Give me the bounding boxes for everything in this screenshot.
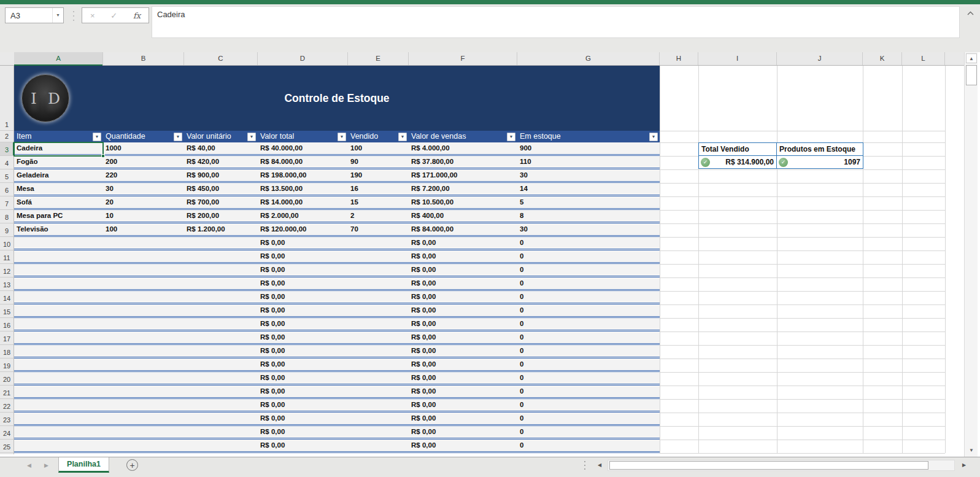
filter-dropdown-icon[interactable]: ▼: [649, 133, 658, 141]
filter-dropdown-icon[interactable]: ▼: [507, 133, 515, 141]
cell-F17[interactable]: R$ 0,00: [409, 332, 517, 343]
cell-E22[interactable]: [348, 399, 409, 411]
cell-E3[interactable]: 100: [348, 142, 409, 154]
cell-G8[interactable]: 8: [517, 210, 660, 222]
cell-F3[interactable]: R$ 4.000,00: [409, 142, 517, 154]
cell-F13[interactable]: R$ 0,00: [409, 277, 517, 289]
column-header-c[interactable]: C: [184, 52, 258, 65]
cell-B22[interactable]: [103, 399, 184, 411]
row-header-18[interactable]: 18: [0, 345, 14, 359]
cell-F4[interactable]: R$ 37.800,00: [409, 156, 517, 168]
cell-F16[interactable]: R$ 0,00: [409, 318, 517, 330]
next-sheet-icon[interactable]: ▶: [44, 457, 48, 473]
scroll-down-icon[interactable]: ▼: [966, 446, 977, 456]
cell-C4[interactable]: R$ 420,00: [184, 156, 258, 168]
cell-F12[interactable]: R$ 0,00: [409, 264, 517, 276]
cell-D6[interactable]: R$ 13.500,00: [258, 183, 348, 195]
cell-F5[interactable]: R$ 171.000,00: [409, 169, 517, 181]
cell-A16[interactable]: [14, 318, 103, 330]
cell-A5[interactable]: Geladeira: [14, 169, 103, 181]
cell-F7[interactable]: R$ 10.500,00: [409, 196, 517, 208]
scroll-right-icon[interactable]: ▶: [959, 460, 970, 471]
row-header-23[interactable]: 23: [0, 413, 14, 426]
scrollbar-resize-handle[interactable]: [584, 461, 586, 470]
cell-A23[interactable]: [14, 413, 103, 424]
cell-E9[interactable]: 70: [348, 223, 409, 235]
row-header-6[interactable]: 6: [0, 183, 14, 196]
cell-C7[interactable]: R$ 700,00: [184, 196, 258, 208]
cell-A21[interactable]: [14, 386, 103, 397]
cell-E19[interactable]: [348, 359, 409, 370]
cell-A24[interactable]: [14, 426, 103, 438]
horizontal-scroll-thumb[interactable]: [609, 461, 928, 470]
cell-G19[interactable]: 0: [517, 359, 660, 370]
cell-C12[interactable]: [184, 264, 258, 276]
cell-G21[interactable]: 0: [517, 386, 660, 397]
cell-E5[interactable]: 190: [348, 169, 409, 181]
row-header-3[interactable]: 3: [0, 142, 14, 156]
cell-A10[interactable]: [14, 237, 103, 249]
cell-A15[interactable]: [14, 304, 103, 316]
row-header-10[interactable]: 10: [0, 237, 14, 250]
cell-C14[interactable]: [184, 291, 258, 303]
row-header-4[interactable]: 4: [0, 156, 14, 169]
cell-E20[interactable]: [348, 372, 409, 384]
cell-D11[interactable]: R$ 0,00: [258, 250, 348, 262]
row-header-20[interactable]: 20: [0, 372, 14, 386]
filter-dropdown-icon[interactable]: ▼: [174, 133, 182, 141]
row-header-7[interactable]: 7: [0, 196, 14, 210]
formula-bar-input[interactable]: Cadeira: [152, 6, 960, 38]
cell-C19[interactable]: [184, 359, 258, 370]
cell-F15[interactable]: R$ 0,00: [409, 304, 517, 316]
cell-E8[interactable]: 2: [348, 210, 409, 222]
cell-D24[interactable]: R$ 0,00: [258, 426, 348, 438]
row-header-1[interactable]: 1: [0, 66, 14, 131]
cell-G24[interactable]: 0: [517, 426, 660, 438]
cell-B20[interactable]: [103, 372, 184, 384]
cell-C15[interactable]: [184, 304, 258, 316]
cell-D21[interactable]: R$ 0,00: [258, 386, 348, 397]
cell-G13[interactable]: 0: [517, 277, 660, 289]
cell-B21[interactable]: [103, 386, 184, 397]
cell-B6[interactable]: 30: [103, 183, 184, 195]
cell-C8[interactable]: R$ 200,00: [184, 210, 258, 222]
cell-F22[interactable]: R$ 0,00: [409, 399, 517, 411]
cell-D20[interactable]: R$ 0,00: [258, 372, 348, 384]
row-header-15[interactable]: 15: [0, 304, 14, 318]
cell-F19[interactable]: R$ 0,00: [409, 359, 517, 370]
scroll-up-icon[interactable]: ▲: [966, 53, 977, 63]
cell-G10[interactable]: 0: [517, 237, 660, 249]
column-header-h[interactable]: H: [660, 52, 698, 65]
cell-G18[interactable]: 0: [517, 345, 660, 357]
cell-B15[interactable]: [103, 304, 184, 316]
column-header-e[interactable]: E: [348, 52, 409, 65]
confirm-icon[interactable]: ✓: [110, 11, 117, 20]
cell-B3[interactable]: 1000: [103, 142, 184, 154]
filter-dropdown-icon[interactable]: ▼: [338, 133, 346, 141]
cell-D3[interactable]: R$ 40.000,00: [258, 142, 348, 154]
cell-A18[interactable]: [14, 345, 103, 357]
cell-F20[interactable]: R$ 0,00: [409, 372, 517, 384]
cell-A17[interactable]: [14, 332, 103, 343]
cell-C18[interactable]: [184, 345, 258, 357]
cell-C16[interactable]: [184, 318, 258, 330]
cell-C9[interactable]: R$ 1.200,00: [184, 223, 258, 235]
cell-D13[interactable]: R$ 0,00: [258, 277, 348, 289]
cell-B13[interactable]: [103, 277, 184, 289]
sheet-tab-planilha1[interactable]: Planilha1: [58, 457, 109, 473]
cell-G14[interactable]: 0: [517, 291, 660, 303]
filter-dropdown-icon[interactable]: ▼: [247, 133, 256, 141]
cell-A14[interactable]: [14, 291, 103, 303]
cell-G5[interactable]: 30: [517, 169, 660, 181]
cell-D18[interactable]: R$ 0,00: [258, 345, 348, 357]
row-header-11[interactable]: 11: [0, 250, 14, 264]
cell-D12[interactable]: R$ 0,00: [258, 264, 348, 276]
cell-G22[interactable]: 0: [517, 399, 660, 411]
add-sheet-button[interactable]: +: [126, 459, 138, 471]
cell-C6[interactable]: R$ 450,00: [184, 183, 258, 195]
row-header-5[interactable]: 5: [0, 169, 14, 183]
cell-D7[interactable]: R$ 14.000,00: [258, 196, 348, 208]
row-header-24[interactable]: 24: [0, 426, 14, 440]
cell-E7[interactable]: 15: [348, 196, 409, 208]
cell-E6[interactable]: 16: [348, 183, 409, 195]
